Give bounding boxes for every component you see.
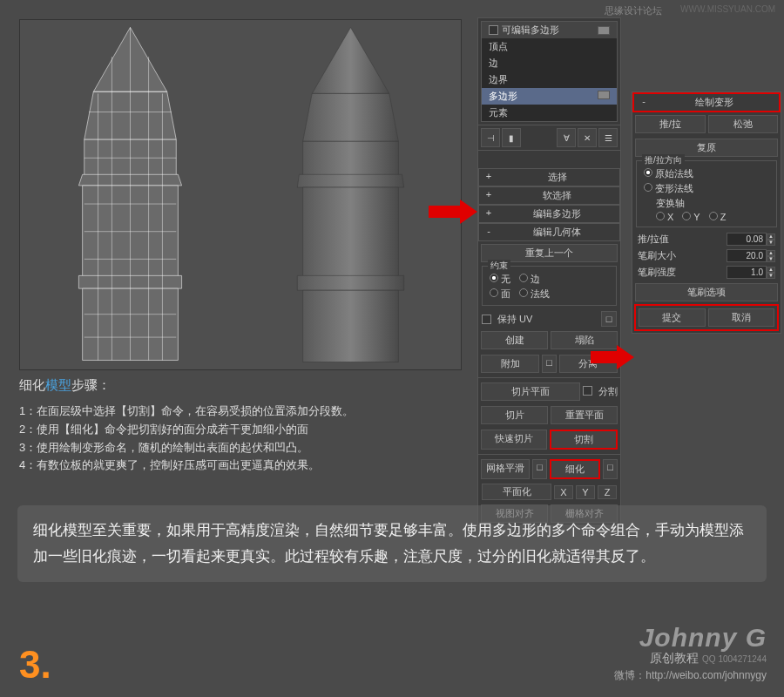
pin-stack-icon[interactable]: ⊣ [481,128,500,147]
svg-marker-23 [297,174,403,187]
author-weibo: 微博：http://weibo.com/johnnygy [614,668,767,683]
cancel-button[interactable]: 取消 [708,308,775,327]
axis-z[interactable]: Z [709,212,727,222]
subobj-polygon-label: 多边形 [489,91,517,101]
configure-icon[interactable]: ☰ [598,128,618,147]
signature-block: Johnny G 原创教程 QQ 1004271244 微博：http://we… [614,623,767,683]
rollout-editpoly[interactable]: +编辑多边形 [478,205,620,223]
constraint-label: 约束 [488,260,510,272]
brush-size-label: 笔刷大小 [638,249,727,262]
constraint-normal[interactable]: 法线 [519,288,550,301]
attach-settings[interactable]: □ [542,355,557,373]
quickslice-button[interactable]: 快速切片 [481,430,547,450]
slice-button[interactable]: 切片 [481,406,548,424]
subobj-border[interactable]: 边界 [482,71,617,88]
paint-deform-header[interactable]: -绘制变形 [632,92,781,112]
svg-marker-21 [303,93,399,141]
planar-x[interactable]: X [554,485,573,499]
viewport-inner [20,20,461,369]
viewport-3d[interactable] [19,19,462,370]
author-sub: 原创教程 QQ 1004271244 [614,651,767,667]
dir-trans-axis[interactable]: 变换轴 [656,197,685,210]
forum-name: 思缘设计论坛 [605,4,662,17]
preserve-uv-settings[interactable]: □ [601,311,617,327]
summary-text: 细化模型至关重要，如果用于高精度渲染，自然细节要足够丰富。使用多边形的多个命令组… [17,505,767,582]
step2: 2：使用【细化】命令把切割好的面分成若干更加细小的面 [19,421,463,439]
constraint-group: 约束 无 边 面 法线 [482,266,617,306]
msmooth-settings[interactable]: □ [532,459,547,479]
preserve-uv-label: 保持 UV [497,313,532,326]
axis-x[interactable]: X [656,212,673,222]
collapse-button[interactable]: 塌陷 [551,331,618,349]
axis-y[interactable]: Y [682,212,700,222]
commit-button[interactable]: 提交 [639,308,706,327]
svg-marker-24 [303,187,399,277]
split-checkbox[interactable] [583,386,592,396]
modifier-panel: 可编辑多边形 顶点 边 边界 多边形 元素 ⊣ ▮ ∀ ✕ ☰ +选择 +软选择… [477,17,621,526]
subobj-vertex[interactable]: 顶点 [482,38,617,55]
stack-toolbar: ⊣ ▮ ∀ ✕ ☰ [478,125,620,151]
instructions-block: 细化模型步骤： 1：在面层级中选择【切割】命令，在容易受损的位置添加分段数。 2… [19,375,463,475]
preserve-uv-row: 保持 UV □ [478,309,620,328]
svg-marker-22 [303,141,399,176]
relax-button[interactable]: 松弛 [708,115,779,133]
make-unique-icon[interactable]: ∀ [557,128,576,147]
tessellate-settings[interactable]: □ [603,459,618,479]
step-number: 3. [19,643,51,687]
subobj-polygon[interactable]: 多边形 [482,88,617,105]
rollout-editgeom[interactable]: -编辑几何体 [478,223,620,241]
push-pull-button[interactable]: 推/拉 [635,115,706,133]
subobject-list[interactable]: 可编辑多边形 顶点 边 边界 多边形 元素 [481,21,618,122]
color-swatch[interactable] [598,26,610,35]
push-pull-dir-group: 推/拉方向 原始法线 变形法线 变换轴 X Y Z [636,160,777,227]
constraint-edge[interactable]: 边 [519,273,540,286]
dir-orig-normal[interactable]: 原始法线 [644,167,693,180]
author-name: Johnny G [614,623,767,653]
create-button[interactable]: 创建 [481,331,548,349]
modifier-header[interactable]: 可编辑多边形 [482,22,617,38]
dir-label: 推/拉方向 [642,154,685,166]
svg-marker-26 [303,290,399,362]
instructions-title: 细化模型步骤： [19,375,463,396]
msmooth-button[interactable]: 网格平滑 [481,459,530,479]
svg-marker-20 [312,27,389,93]
rollout-softselect[interactable]: +软选择 [478,186,620,205]
brush-options-button[interactable]: 笔刷选项 [635,283,778,301]
tessellate-button[interactable]: 细化 [550,459,600,479]
planar-z[interactable]: Z [598,485,617,499]
constraint-face[interactable]: 面 [490,288,510,301]
subobj-edge[interactable]: 边 [482,55,617,71]
subobj-element[interactable]: 元素 [482,105,617,121]
brush-str-label: 笔刷强度 [638,266,727,279]
polygon-color-swatch[interactable] [598,91,610,99]
attach-button[interactable]: 附加 [481,355,539,373]
preserve-uv-checkbox[interactable] [482,315,491,324]
brush-strength[interactable] [727,266,767,279]
svg-marker-25 [297,275,403,290]
slice-plane-button[interactable]: 切片平面 [481,382,580,401]
rollout-select[interactable]: +选择 [478,168,620,186]
forum-url: WWW.MISSYUAN.COM [680,4,775,14]
lightbulb-icon [489,25,498,35]
wireframe-model [20,20,240,369]
remove-mod-icon[interactable]: ✕ [578,128,597,147]
dir-deform-normal[interactable]: 变形法线 [644,182,693,195]
cut-button[interactable]: 切割 [550,430,618,450]
constraint-none[interactable]: 无 [490,273,510,286]
brush-str-spinner[interactable]: ▲▼ [767,267,775,279]
split-label: 分割 [598,382,618,401]
step3: 3：使用绘制变形命名，随机的绘制出表面的起伏和凹凸。 [19,439,463,457]
paint-deform-panel: -绘制变形 推/拉松弛 复原 推/拉方向 原始法线 变形法线 变换轴 X Y Z… [632,91,781,334]
make-planar-button[interactable]: 平面化 [482,484,551,500]
step1: 1：在面层级中选择【切割】命令，在容易受损的位置添加分段数。 [19,403,463,421]
brush-size[interactable] [727,249,767,262]
reset-plane-button[interactable]: 重置平面 [551,406,618,424]
planar-y[interactable]: Y [576,485,595,499]
step4: 4：有数位板的就更爽了，控制好压感可画出更逼真的效果。 [19,457,463,475]
show-end-icon[interactable]: ▮ [502,128,521,147]
modifier-name: 可编辑多边形 [502,24,559,37]
value-spinner[interactable]: ▲▼ [767,233,775,246]
brush-size-spinner[interactable]: ▲▼ [767,250,775,262]
push-pull-value[interactable] [727,233,767,246]
value-label: 推/拉值 [638,233,727,246]
